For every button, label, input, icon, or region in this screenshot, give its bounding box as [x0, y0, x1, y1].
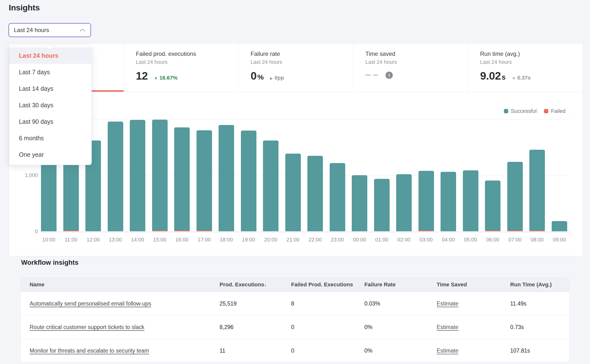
- menu-item[interactable]: One year: [9, 146, 91, 163]
- legend-item-successful[interactable]: Successful: [504, 108, 537, 114]
- x-axis-label: 04:00: [437, 237, 459, 243]
- stat-value-row: 12▼16.67%: [136, 70, 238, 82]
- column-header-failure-rate[interactable]: Failure Rate: [364, 281, 437, 288]
- workflow-table: NameProd. Executions↓Failed Prod. Execut…: [20, 277, 570, 363]
- stat-tab[interactable]: Time savedLast 24 hoursi: [353, 43, 468, 92]
- menu-item[interactable]: 6 months: [9, 130, 91, 146]
- x-axis-label: 10:00: [38, 237, 60, 243]
- bar-failed: [485, 231, 500, 231]
- column-header-name[interactable]: Name: [21, 281, 220, 288]
- chart-legend: SuccessfulFailed: [504, 108, 565, 114]
- cell-failure-rate: 0%: [364, 324, 437, 331]
- down-triangle-icon: ▼: [512, 76, 516, 80]
- legend-item-failed[interactable]: Failed: [544, 108, 565, 114]
- stat-tab[interactable]: Failure rateLast 24 hours0%▶0pp: [238, 43, 353, 92]
- x-axis-label: 17:00: [193, 237, 215, 243]
- time-range-select[interactable]: Last 24 hours: [8, 23, 91, 37]
- bar-successful: [396, 174, 412, 231]
- dash: [365, 74, 371, 76]
- stat-period: Last 24 hours: [251, 59, 353, 65]
- info-icon[interactable]: i: [385, 72, 393, 79]
- stat-value-row: 0%▶0pp: [251, 70, 353, 82]
- legend-swatch: [544, 109, 548, 113]
- bar-group: [330, 163, 345, 231]
- bar-successful: [108, 122, 123, 231]
- x-axis-label: 12:00: [82, 237, 104, 243]
- bar-group: [285, 154, 301, 231]
- cell-failure-rate: 0.03%: [364, 300, 437, 307]
- bar-group: [396, 174, 412, 231]
- bar-successful: [263, 141, 279, 231]
- menu-item[interactable]: Last 24 hours: [9, 47, 91, 64]
- menu-item[interactable]: Last 30 days: [9, 97, 91, 113]
- stat-value: 12: [136, 70, 148, 82]
- bar-successful: [174, 127, 190, 231]
- cell-failed-prod-executions: 0: [291, 347, 364, 354]
- bar-successful: [507, 162, 523, 231]
- bar-group: [352, 175, 367, 231]
- bar-successful: [485, 181, 500, 231]
- cell-time-saved: Estimate: [437, 300, 510, 307]
- time-range-menu: Last 24 hoursLast 7 daysLast 14 daysLast…: [9, 45, 92, 165]
- bar-successful: [152, 120, 168, 231]
- stat-label: Failure rate: [251, 50, 353, 58]
- bar-successful: [441, 172, 456, 231]
- bar-failed: [152, 231, 168, 231]
- bar-group: [552, 221, 567, 231]
- bar-successful: [130, 120, 145, 231]
- stat-tab[interactable]: Failed prod. executionsLast 24 hours12▼1…: [124, 43, 238, 92]
- stat-value-row: 9.02s▼0.37s: [480, 70, 583, 82]
- legend-swatch: [504, 109, 508, 113]
- menu-item[interactable]: Last 14 days: [9, 80, 91, 97]
- column-header-time-saved[interactable]: Time Saved: [437, 281, 510, 288]
- x-axis-label: 13:00: [104, 237, 127, 243]
- column-header-label: Run Time (Avg.): [510, 281, 552, 288]
- bar-successful: [63, 156, 79, 231]
- cell-failed-prod-executions: 0: [291, 324, 364, 331]
- column-header-prod-executions[interactable]: Prod. Executions↓: [220, 281, 291, 288]
- bar-successful: [41, 158, 57, 231]
- x-axis-label: 02:00: [393, 237, 415, 243]
- column-header-run-time-avg-[interactable]: Run Time (Avg.): [510, 281, 570, 288]
- x-axis-label: 06:00: [482, 237, 504, 243]
- delta-text: 0.37s: [517, 75, 531, 81]
- bar-successful: [241, 131, 256, 231]
- estimate-link[interactable]: Estimate: [437, 324, 458, 330]
- column-header-failed-prod-executions[interactable]: Failed Prod. Executions: [291, 281, 364, 288]
- bar-group: [441, 172, 456, 231]
- menu-item[interactable]: Last 7 days: [9, 64, 91, 80]
- table-row: Route critical customer support tickets …: [21, 315, 569, 339]
- x-axis-label: 21:00: [282, 237, 304, 243]
- delta-text: 0pp: [275, 75, 284, 81]
- dash-value: [365, 70, 378, 81]
- stat-label: Failed prod. executions: [136, 50, 238, 58]
- bar-group: [130, 120, 145, 231]
- y-axis-label: 1,000: [11, 172, 38, 178]
- workflow-name-link[interactable]: Route critical customer support tickets …: [30, 324, 144, 330]
- estimate-link[interactable]: Estimate: [437, 347, 458, 354]
- stat-period: Last 24 hours: [365, 59, 468, 65]
- bar-group: [219, 125, 234, 231]
- bar-group: [529, 150, 545, 231]
- x-axis-label: 01:00: [371, 237, 393, 243]
- stat-unit: s: [502, 73, 506, 81]
- workflow-name-link[interactable]: Automatically send personalised email fo…: [30, 300, 151, 307]
- column-header-label: Failure Rate: [364, 281, 396, 288]
- estimate-link[interactable]: Estimate: [437, 300, 458, 307]
- cell-run-time: 107.81s: [510, 347, 570, 354]
- page-title: Insights: [9, 3, 40, 12]
- workflow-name-link[interactable]: Monitor for threats and escalate to secu…: [30, 347, 149, 354]
- column-header-label: Time Saved: [437, 281, 467, 288]
- time-range-value: Last 24 hours: [14, 27, 49, 33]
- insights-card: Failed prod. executionsLast 24 hours12▼1…: [9, 43, 583, 256]
- bar-group: [463, 170, 478, 231]
- x-axis-label: 14:00: [126, 237, 149, 243]
- stat-tab[interactable]: Run time (avg.)Last 24 hours9.02s▼0.37s: [468, 43, 583, 92]
- y-axis-label: 0: [11, 229, 38, 235]
- bar-group: [374, 179, 390, 231]
- bar-failed: [174, 231, 190, 231]
- stat-unit: %: [257, 73, 264, 81]
- menu-item[interactable]: Last 90 days: [9, 113, 91, 130]
- x-axis-label: 18:00: [215, 237, 238, 243]
- cell-prod-executions: 11: [220, 347, 291, 354]
